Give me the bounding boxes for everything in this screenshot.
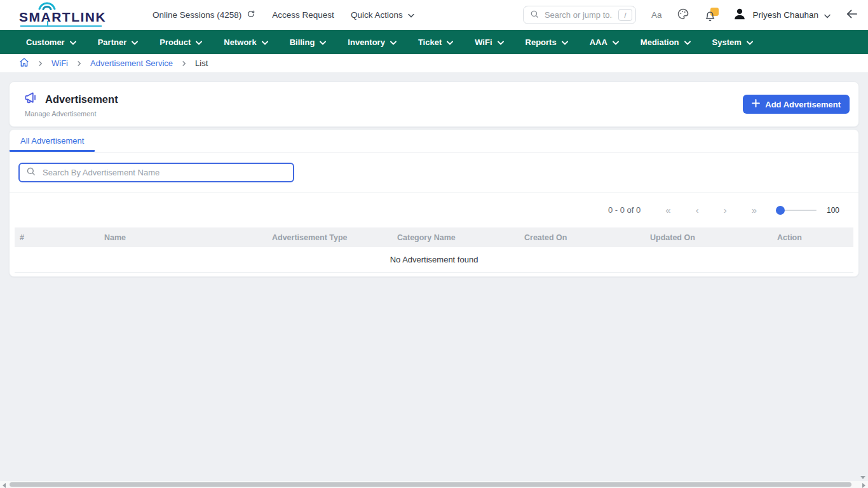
top-header: SMARTLINK Online Sessions (4258) Access … <box>0 0 868 30</box>
chevron-down-icon <box>498 37 504 47</box>
user-menu[interactable]: Priyesh Chauhan <box>733 7 831 24</box>
nav-item-billing[interactable]: Billing <box>290 37 327 47</box>
advertisement-search-box[interactable] <box>18 163 294 182</box>
prev-page-button[interactable]: ‹ <box>696 205 699 215</box>
access-request-link[interactable]: Access Request <box>272 10 334 20</box>
pagination-range: 0 - 0 of 0 <box>608 205 641 215</box>
nav-item-ticket[interactable]: Ticket <box>418 37 453 47</box>
page-title: Advertisement <box>45 93 118 105</box>
slider-knob[interactable] <box>776 206 785 215</box>
back-arrow-icon[interactable] <box>846 9 858 22</box>
scroll-down-arrow-icon[interactable] <box>860 476 865 479</box>
nav-item-wifi[interactable]: WiFi <box>475 37 503 47</box>
nav-item-inventory[interactable]: Inventory <box>348 37 397 47</box>
global-search-input[interactable] <box>543 10 614 20</box>
chevron-down-icon <box>132 37 138 47</box>
shortcut-badge: / <box>618 9 632 21</box>
nav-item-aaa[interactable]: AAA <box>590 37 619 47</box>
advertisement-search-input[interactable] <box>41 167 287 178</box>
nav-label: Billing <box>290 37 315 47</box>
page-subtitle: Manage Advertisement <box>25 110 118 118</box>
advertisement-list-card: All Advertisement 0 - 0 of 0 « ‹ › » <box>9 129 859 277</box>
add-advertisement-button[interactable]: Add Advertisement <box>743 95 850 114</box>
megaphone-icon <box>25 92 39 107</box>
chevron-down-icon <box>408 10 414 20</box>
nav-label: Customer <box>26 37 65 47</box>
nav-label: Mediation <box>641 37 679 47</box>
home-icon[interactable] <box>19 57 29 69</box>
column-header-advertisement-type: Advertisement Type <box>272 233 397 242</box>
nav-label: Inventory <box>348 37 385 47</box>
logo-text: SMARTLINK <box>19 10 106 25</box>
nav-item-product[interactable]: Product <box>159 37 202 47</box>
nav-label: Product <box>159 37 191 47</box>
chevron-down-icon <box>747 37 753 47</box>
nav-item-customer[interactable]: Customer <box>26 37 76 47</box>
online-sessions-label: Online Sessions (4258) <box>153 10 241 20</box>
chevron-down-icon <box>320 37 326 47</box>
nav-label: WiFi <box>475 37 492 47</box>
horizontal-scrollbar[interactable] <box>0 481 868 488</box>
tab-all-advertisement[interactable]: All Advertisement <box>10 130 95 152</box>
breadcrumb-current: List <box>195 58 208 68</box>
column-header-name: Name <box>104 233 272 242</box>
chevron-down-icon <box>390 37 397 47</box>
column-header-category-name: Category Name <box>397 233 524 242</box>
nav-item-reports[interactable]: Reports <box>526 37 568 47</box>
nav-label: Ticket <box>418 37 442 47</box>
horizontal-scrollbar-thumb[interactable] <box>10 482 851 487</box>
access-request-label: Access Request <box>272 10 334 20</box>
online-sessions[interactable]: Online Sessions (4258) <box>153 10 255 20</box>
plus-icon <box>752 99 760 109</box>
chevron-down-icon <box>562 37 568 47</box>
refresh-icon[interactable] <box>247 10 255 20</box>
nav-item-mediation[interactable]: Mediation <box>641 37 691 47</box>
breadcrumb: WiFi Advertisement Service List <box>0 54 868 73</box>
scroll-left-arrow-icon[interactable] <box>3 483 6 488</box>
scroll-right-arrow-icon[interactable] <box>862 483 865 488</box>
global-search[interactable]: / <box>523 6 636 24</box>
theme-palette-icon[interactable] <box>677 8 689 23</box>
logo-underline <box>20 25 102 27</box>
avatar <box>733 7 747 24</box>
last-page-button[interactable]: » <box>752 205 757 215</box>
column-header-action: Action <box>777 233 853 242</box>
first-page-button[interactable]: « <box>665 205 670 215</box>
nav-label: Reports <box>526 37 557 47</box>
breadcrumb-link-wifi[interactable]: WiFi <box>51 58 68 68</box>
nav-item-network[interactable]: Network <box>224 37 268 47</box>
column-header-index: # <box>20 233 104 242</box>
empty-state-message: No Advertisement found <box>15 247 853 273</box>
smartlink-logo[interactable]: SMARTLINK <box>10 3 119 28</box>
page-header-card: Advertisement Manage Advertisement Add A… <box>9 81 859 127</box>
next-page-button[interactable]: › <box>724 205 727 215</box>
nav-item-system[interactable]: System <box>712 37 753 47</box>
main-content: Advertisement Manage Advertisement Add A… <box>0 73 868 277</box>
chevron-down-icon <box>196 37 202 47</box>
tab-bar: All Advertisement <box>10 130 858 152</box>
chevron-right-icon <box>181 60 187 67</box>
column-header-created-on: Created On <box>524 233 650 242</box>
nav-item-partner[interactable]: Partner <box>98 37 139 47</box>
chevron-down-icon <box>70 37 76 47</box>
breadcrumb-link-advertisement-service[interactable]: Advertisement Service <box>90 58 173 68</box>
page-size-slider[interactable] <box>776 210 817 211</box>
search-icon <box>26 166 36 179</box>
notifications-bell-icon[interactable] <box>705 9 717 22</box>
list-search-section <box>10 152 858 193</box>
nav-label: Partner <box>98 37 127 47</box>
column-header-updated-on: Updated On <box>650 233 777 242</box>
nav-label: System <box>712 37 742 47</box>
add-advertisement-label: Add Advertisement <box>765 100 841 109</box>
user-name: Priyesh Chauhan <box>752 10 818 20</box>
chevron-right-icon <box>37 60 43 67</box>
chevron-down-icon <box>824 10 831 21</box>
nav-label: AAA <box>590 37 607 47</box>
font-size-toggle[interactable]: Aa <box>651 10 662 20</box>
page-size-value: 100 <box>827 206 839 215</box>
quick-actions-menu[interactable]: Quick Actions <box>351 10 414 20</box>
pagination: 0 - 0 of 0 « ‹ › » 100 <box>10 193 858 222</box>
main-nav: Customer Partner Product Network Billing… <box>0 30 868 54</box>
chevron-down-icon <box>613 37 619 47</box>
chevron-down-icon <box>684 37 691 47</box>
